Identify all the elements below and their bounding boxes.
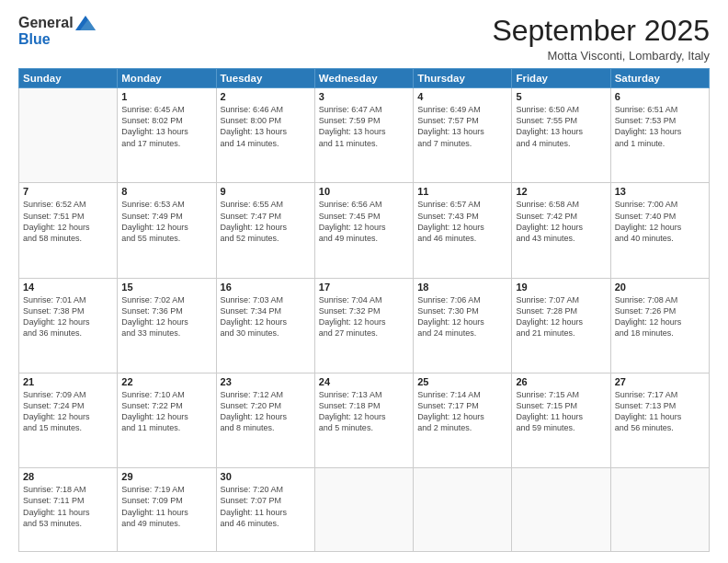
day-info: Sunrise: 7:07 AM Sunset: 7:28 PM Dayligh… — [516, 294, 606, 339]
day-number: 16 — [221, 282, 311, 293]
day-info: Sunrise: 7:15 AM Sunset: 7:15 PM Dayligh… — [516, 389, 606, 434]
weekday-header: Thursday — [414, 69, 512, 88]
calendar-cell: 1Sunrise: 6:45 AM Sunset: 8:02 PM Daylig… — [118, 88, 216, 183]
calendar-cell: 29Sunrise: 7:19 AM Sunset: 7:09 PM Dayli… — [118, 468, 216, 552]
calendar-cell: 13Sunrise: 7:00 AM Sunset: 7:40 PM Dayli… — [610, 183, 709, 278]
weekday-header-row: SundayMondayTuesdayWednesdayThursdayFrid… — [19, 69, 710, 88]
calendar-cell: 3Sunrise: 6:47 AM Sunset: 7:59 PM Daylig… — [314, 88, 413, 183]
day-number: 12 — [516, 186, 606, 197]
calendar-cell: 8Sunrise: 6:53 AM Sunset: 7:49 PM Daylig… — [118, 183, 216, 278]
day-number: 10 — [319, 186, 409, 197]
day-number: 14 — [23, 282, 113, 293]
day-number: 4 — [417, 91, 507, 102]
day-info: Sunrise: 7:18 AM Sunset: 7:11 PM Dayligh… — [23, 484, 113, 529]
day-info: Sunrise: 7:02 AM Sunset: 7:36 PM Dayligh… — [121, 294, 211, 339]
day-info: Sunrise: 7:13 AM Sunset: 7:18 PM Dayligh… — [319, 389, 409, 434]
calendar-cell: 16Sunrise: 7:03 AM Sunset: 7:34 PM Dayli… — [216, 278, 314, 373]
day-info: Sunrise: 6:45 AM Sunset: 8:02 PM Dayligh… — [121, 104, 211, 149]
day-number: 2 — [221, 91, 311, 102]
day-info: Sunrise: 7:10 AM Sunset: 7:22 PM Dayligh… — [121, 389, 211, 434]
calendar-cell: 12Sunrise: 6:58 AM Sunset: 7:42 PM Dayli… — [512, 183, 610, 278]
calendar-cell — [610, 468, 709, 552]
day-number: 24 — [319, 376, 409, 387]
day-number: 25 — [417, 376, 507, 387]
calendar-cell — [414, 468, 512, 552]
title-block: September 2025 Motta Visconti, Lombardy,… — [492, 15, 710, 63]
calendar-week-row: 1Sunrise: 6:45 AM Sunset: 8:02 PM Daylig… — [19, 88, 710, 183]
calendar-cell: 28Sunrise: 7:18 AM Sunset: 7:11 PM Dayli… — [19, 468, 118, 552]
day-number: 13 — [615, 186, 705, 197]
logo-icon — [75, 16, 96, 30]
day-number: 1 — [121, 91, 211, 102]
day-info: Sunrise: 7:04 AM Sunset: 7:32 PM Dayligh… — [319, 294, 409, 339]
day-number: 7 — [23, 186, 113, 197]
day-info: Sunrise: 6:51 AM Sunset: 7:53 PM Dayligh… — [615, 104, 705, 149]
weekday-header: Tuesday — [216, 69, 314, 88]
calendar-cell: 5Sunrise: 6:50 AM Sunset: 7:55 PM Daylig… — [512, 88, 610, 183]
day-info: Sunrise: 7:20 AM Sunset: 7:07 PM Dayligh… — [221, 484, 311, 529]
weekday-header: Monday — [118, 69, 216, 88]
day-number: 6 — [615, 91, 705, 102]
weekday-header: Wednesday — [314, 69, 413, 88]
page: General Blue September 2025 Motta Viscon… — [0, 0, 728, 563]
calendar-cell: 27Sunrise: 7:17 AM Sunset: 7:13 PM Dayli… — [610, 373, 709, 468]
weekday-header: Sunday — [19, 69, 118, 88]
day-info: Sunrise: 6:56 AM Sunset: 7:45 PM Dayligh… — [319, 199, 409, 244]
calendar-week-row: 7Sunrise: 6:52 AM Sunset: 7:51 PM Daylig… — [19, 183, 710, 278]
calendar-cell: 25Sunrise: 7:14 AM Sunset: 7:17 PM Dayli… — [414, 373, 512, 468]
day-number: 19 — [516, 282, 606, 293]
calendar-cell: 17Sunrise: 7:04 AM Sunset: 7:32 PM Dayli… — [314, 278, 413, 373]
calendar-cell: 21Sunrise: 7:09 AM Sunset: 7:24 PM Dayli… — [19, 373, 118, 468]
day-number: 21 — [23, 376, 113, 387]
calendar-cell: 19Sunrise: 7:07 AM Sunset: 7:28 PM Dayli… — [512, 278, 610, 373]
day-number: 18 — [417, 282, 507, 293]
day-info: Sunrise: 6:53 AM Sunset: 7:49 PM Dayligh… — [121, 199, 211, 244]
calendar-cell: 24Sunrise: 7:13 AM Sunset: 7:18 PM Dayli… — [314, 373, 413, 468]
day-info: Sunrise: 7:08 AM Sunset: 7:26 PM Dayligh… — [615, 294, 705, 339]
calendar-table: SundayMondayTuesdayWednesdayThursdayFrid… — [18, 68, 710, 552]
day-number: 17 — [319, 282, 409, 293]
day-number: 9 — [221, 186, 311, 197]
calendar-cell: 18Sunrise: 7:06 AM Sunset: 7:30 PM Dayli… — [414, 278, 512, 373]
calendar-cell: 23Sunrise: 7:12 AM Sunset: 7:20 PM Dayli… — [216, 373, 314, 468]
weekday-header: Saturday — [610, 69, 709, 88]
calendar-cell: 7Sunrise: 6:52 AM Sunset: 7:51 PM Daylig… — [19, 183, 118, 278]
calendar-cell: 20Sunrise: 7:08 AM Sunset: 7:26 PM Dayli… — [610, 278, 709, 373]
day-info: Sunrise: 7:03 AM Sunset: 7:34 PM Dayligh… — [221, 294, 311, 339]
day-info: Sunrise: 6:49 AM Sunset: 7:57 PM Dayligh… — [417, 104, 507, 149]
calendar-cell: 9Sunrise: 6:55 AM Sunset: 7:47 PM Daylig… — [216, 183, 314, 278]
month-title: September 2025 — [492, 15, 710, 47]
calendar-cell: 6Sunrise: 6:51 AM Sunset: 7:53 PM Daylig… — [610, 88, 709, 183]
logo-blue: Blue — [18, 31, 51, 48]
day-number: 28 — [23, 471, 113, 482]
header: General Blue September 2025 Motta Viscon… — [18, 15, 710, 63]
calendar-cell: 22Sunrise: 7:10 AM Sunset: 7:22 PM Dayli… — [118, 373, 216, 468]
logo: General Blue — [18, 15, 96, 48]
day-number: 11 — [417, 186, 507, 197]
day-info: Sunrise: 7:09 AM Sunset: 7:24 PM Dayligh… — [23, 389, 113, 434]
day-number: 5 — [516, 91, 606, 102]
calendar-cell: 30Sunrise: 7:20 AM Sunset: 7:07 PM Dayli… — [216, 468, 314, 552]
calendar-cell: 4Sunrise: 6:49 AM Sunset: 7:57 PM Daylig… — [414, 88, 512, 183]
location: Motta Visconti, Lombardy, Italy — [492, 49, 710, 63]
calendar-week-row: 21Sunrise: 7:09 AM Sunset: 7:24 PM Dayli… — [19, 373, 710, 468]
calendar-cell: 10Sunrise: 6:56 AM Sunset: 7:45 PM Dayli… — [314, 183, 413, 278]
day-number: 3 — [319, 91, 409, 102]
day-info: Sunrise: 6:46 AM Sunset: 8:00 PM Dayligh… — [221, 104, 311, 149]
day-number: 26 — [516, 376, 606, 387]
calendar-cell: 15Sunrise: 7:02 AM Sunset: 7:36 PM Dayli… — [118, 278, 216, 373]
day-info: Sunrise: 7:17 AM Sunset: 7:13 PM Dayligh… — [615, 389, 705, 434]
calendar-cell — [19, 88, 118, 183]
calendar-cell: 11Sunrise: 6:57 AM Sunset: 7:43 PM Dayli… — [414, 183, 512, 278]
day-number: 22 — [121, 376, 211, 387]
day-info: Sunrise: 6:55 AM Sunset: 7:47 PM Dayligh… — [221, 199, 311, 244]
calendar-cell: 14Sunrise: 7:01 AM Sunset: 7:38 PM Dayli… — [19, 278, 118, 373]
day-number: 29 — [121, 471, 211, 482]
weekday-header: Friday — [512, 69, 610, 88]
day-info: Sunrise: 6:52 AM Sunset: 7:51 PM Dayligh… — [23, 199, 113, 244]
calendar-cell: 2Sunrise: 6:46 AM Sunset: 8:00 PM Daylig… — [216, 88, 314, 183]
day-info: Sunrise: 6:57 AM Sunset: 7:43 PM Dayligh… — [417, 199, 507, 244]
calendar-week-row: 14Sunrise: 7:01 AM Sunset: 7:38 PM Dayli… — [19, 278, 710, 373]
day-info: Sunrise: 6:50 AM Sunset: 7:55 PM Dayligh… — [516, 104, 606, 149]
day-info: Sunrise: 7:19 AM Sunset: 7:09 PM Dayligh… — [121, 484, 211, 529]
